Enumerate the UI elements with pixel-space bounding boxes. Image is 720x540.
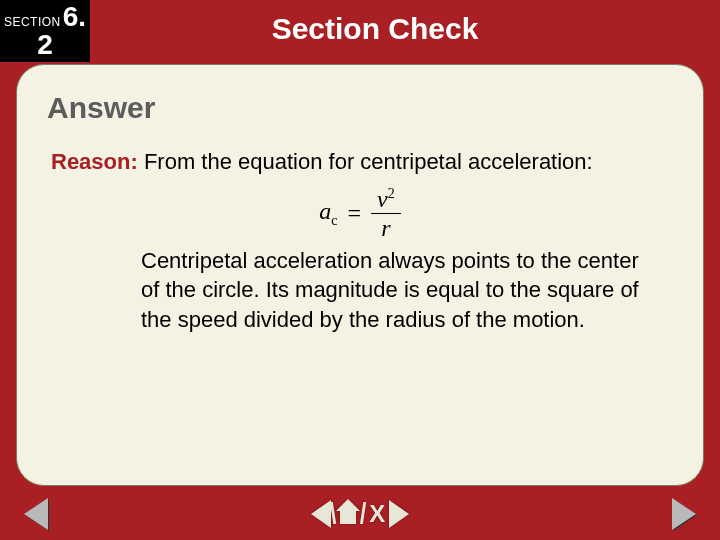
nav-cluster: \ / X — [311, 497, 410, 531]
equation: ac = v2 r — [47, 187, 673, 240]
home-body-icon — [340, 510, 356, 524]
eq-v: v — [377, 186, 388, 212]
close-button[interactable]: X — [365, 500, 389, 528]
eq-equals: = — [348, 200, 362, 226]
eq-a: a — [319, 198, 331, 224]
answer-heading: Answer — [47, 91, 673, 125]
footer-nav: \ / X — [0, 488, 720, 540]
section-tab: SECTION 6. 2 — [0, 0, 90, 62]
reason-label: Reason: — [51, 149, 138, 174]
explanation-text: Centripetal acceleration always points t… — [141, 246, 653, 335]
eq-squared: 2 — [388, 186, 395, 201]
eq-r: r — [371, 214, 401, 240]
reason-line: Reason: From the equation for centripeta… — [51, 147, 673, 177]
section-label: SECTION — [4, 16, 61, 28]
next-slide-button[interactable] — [672, 498, 696, 530]
page-title: Section Check — [90, 0, 720, 46]
header-bar: SECTION 6. 2 Section Check — [0, 0, 720, 62]
home-button[interactable] — [335, 501, 361, 527]
reason-text: From the equation for centripetal accele… — [138, 149, 593, 174]
nav-forward-icon[interactable] — [389, 500, 409, 528]
section-number-chapter: 6. — [63, 3, 86, 31]
eq-fraction: v2 r — [371, 187, 401, 240]
nav-back-icon[interactable] — [311, 500, 331, 528]
prev-slide-button[interactable] — [24, 498, 48, 530]
eq-c-subscript: c — [331, 213, 337, 228]
slash-icon: / — [360, 497, 367, 531]
content-panel: Answer Reason: From the equation for cen… — [16, 64, 704, 486]
section-number-sub: 2 — [37, 31, 53, 59]
